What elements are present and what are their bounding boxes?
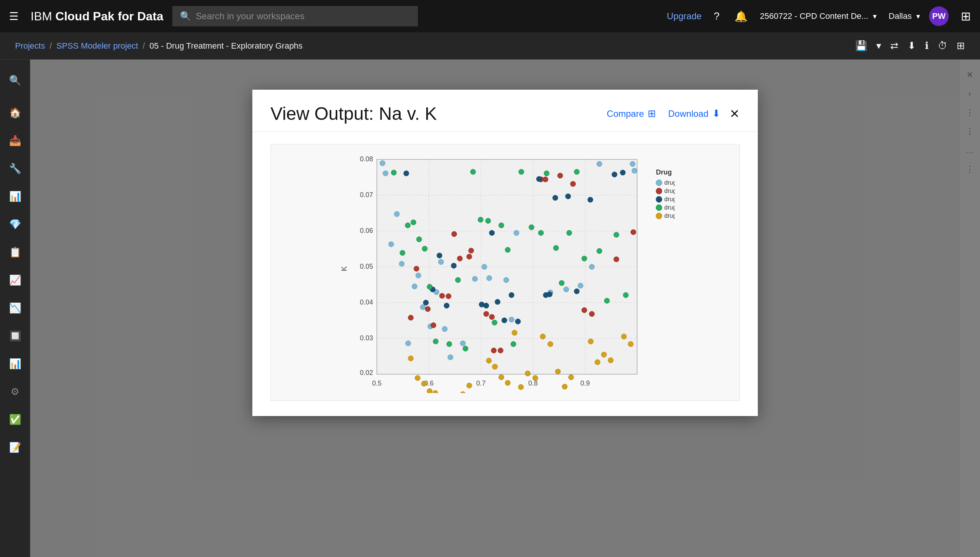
svg-point-51 [472, 276, 477, 282]
svg-text:drugA: drugA [664, 179, 675, 186]
compare-button[interactable]: Compare ⊞ [607, 108, 657, 119]
svg-point-148 [460, 392, 466, 393]
svg-point-104 [574, 289, 580, 294]
sidebar-item-import[interactable]: 📥 [2, 127, 28, 154]
svg-point-32 [656, 205, 662, 211]
grid-view-icon[interactable]: ⊞ [957, 40, 965, 52]
svg-text:Drug: Drug [656, 168, 672, 176]
sidebar-item-transform[interactable]: 🔲 [2, 322, 28, 349]
svg-point-76 [491, 348, 497, 353]
sidebar-item-fields[interactable]: 📊 [2, 183, 28, 210]
svg-point-109 [400, 250, 405, 256]
sidebar-item-export[interactable]: 📝 [2, 434, 28, 461]
history-icon[interactable]: ⏱ [938, 40, 947, 52]
sidebar-item-validate[interactable]: ✅ [2, 406, 28, 433]
svg-point-161 [548, 342, 553, 347]
chart-container: 0.08 0.07 0.06 0.05 0.04 0.03 0.02 K 0.5… [271, 144, 740, 401]
account-selector[interactable]: 2560722 - CPD Content De... ▾ [760, 11, 876, 21]
svg-point-59 [578, 283, 583, 288]
svg-point-116 [447, 342, 452, 347]
svg-point-107 [620, 170, 626, 175]
sidebar-item-graphs[interactable]: 📈 [2, 267, 28, 293]
svg-point-83 [589, 311, 595, 316]
svg-point-138 [623, 292, 629, 298]
sidebar-item-models[interactable]: 💎 [2, 211, 28, 238]
svg-point-97 [509, 292, 514, 298]
deploy-icon: ⚙ [11, 386, 19, 397]
help-icon[interactable]: ? [714, 10, 720, 22]
sidebar-item-search[interactable]: 🔍 [2, 67, 28, 93]
sidebar-item-refine[interactable]: 🔧 [2, 155, 28, 182]
avatar[interactable]: PW [929, 7, 949, 26]
svg-point-58 [564, 287, 569, 292]
svg-text:0.03: 0.03 [360, 334, 373, 342]
svg-point-132 [567, 230, 572, 236]
svg-point-135 [597, 248, 602, 254]
breadcrumb-projects[interactable]: Projects [15, 41, 45, 51]
download-label: Download [668, 109, 709, 119]
app-switcher-icon[interactable]: ⊞ [961, 9, 971, 23]
svg-point-66 [425, 306, 430, 312]
dashboard-icon: 📊 [9, 358, 21, 370]
modal-header: View Output: Na v. K Compare ⊞ Download … [252, 90, 758, 132]
graphs-icon: 📈 [9, 274, 21, 286]
svg-point-71 [457, 256, 462, 261]
content-area: ✕ › ⋮ ⋮ … ⋮ View Output: Na v. K Compare… [30, 60, 980, 557]
scatter-chart: 0.08 0.07 0.06 0.05 0.04 0.03 0.02 K 0.5… [335, 152, 675, 393]
svg-text:drugY: drugY [664, 213, 675, 219]
region-text: Dallas [889, 11, 912, 21]
upgrade-button[interactable]: Upgrade [667, 11, 702, 21]
svg-point-133 [574, 169, 580, 174]
sidebar-item-tables[interactable]: 📋 [2, 239, 28, 265]
download-breadcrumb-icon[interactable]: ⬇ [908, 40, 916, 52]
svg-point-141 [421, 381, 426, 386]
sidebar-item-dashboard[interactable]: 📊 [2, 350, 28, 377]
svg-point-111 [411, 220, 416, 225]
chevron-down-icon[interactable]: ▾ [876, 40, 881, 52]
svg-point-79 [543, 177, 548, 182]
sidebar-item-deploy[interactable]: ⚙ [2, 378, 28, 405]
svg-point-96 [502, 318, 507, 323]
svg-text:drugB: drugB [664, 188, 675, 194]
svg-point-55 [509, 317, 514, 322]
svg-point-163 [562, 384, 567, 389]
svg-point-70 [451, 231, 457, 237]
svg-point-65 [414, 266, 419, 271]
svg-point-158 [525, 371, 530, 376]
svg-point-156 [512, 330, 517, 336]
import-icon: 📥 [9, 135, 21, 147]
svg-point-142 [427, 389, 432, 393]
sidebar-item-home[interactable]: 🏠 [2, 99, 28, 126]
svg-text:drugC: drugC [664, 196, 675, 202]
modal-close-button[interactable]: ✕ [730, 107, 740, 121]
region-selector[interactable]: Dallas ▾ [889, 11, 920, 21]
svg-point-108 [391, 170, 397, 175]
svg-point-105 [588, 197, 593, 202]
sidebar: 🔍 🏠 📥 🔧 📊 💎 📋 📈 📉 🔲 📊 [0, 60, 30, 557]
svg-point-75 [489, 314, 495, 319]
download-button[interactable]: Download ⬇ [668, 108, 720, 119]
svg-point-43 [416, 273, 421, 278]
notifications-icon[interactable]: 🔔 [735, 10, 748, 23]
breadcrumb-current-page: 05 - Drug Treatment - Exploratory Graphs [149, 41, 302, 51]
svg-text:0.5: 0.5 [372, 379, 381, 387]
svg-point-82 [581, 308, 587, 313]
modal-title: View Output: Na v. K [271, 103, 607, 124]
sidebar-item-metrics[interactable]: 📉 [2, 295, 28, 321]
search-bar[interactable]: 🔍 Search in your workspaces [172, 6, 418, 26]
svg-point-53 [487, 275, 492, 281]
svg-point-124 [505, 247, 510, 252]
breadcrumb-project-name[interactable]: SPSS Modeler project [57, 41, 138, 51]
info-icon[interactable]: ℹ [925, 40, 929, 52]
share-icon[interactable]: ⇄ [890, 40, 898, 52]
svg-point-48 [442, 326, 448, 332]
svg-point-172 [621, 334, 627, 339]
refine-icon: 🔧 [9, 163, 21, 174]
svg-point-77 [498, 348, 503, 353]
menu-icon[interactable]: ☰ [9, 10, 18, 23]
save-icon[interactable]: 💾 [855, 40, 867, 52]
svg-point-68 [439, 293, 445, 298]
svg-point-90 [444, 303, 449, 308]
svg-text:0.08: 0.08 [360, 155, 373, 163]
main-layout: 🔍 🏠 📥 🔧 📊 💎 📋 📈 📉 🔲 📊 [0, 60, 980, 557]
